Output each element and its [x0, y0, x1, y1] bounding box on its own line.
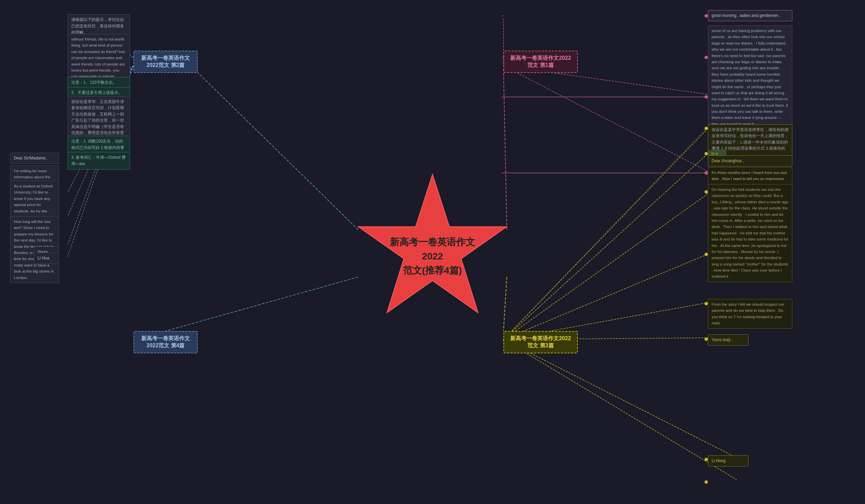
essay2-dear: Dear Sir/Madame,: [10, 153, 59, 164]
star-title-line1: 新高考一卷英语作文2022: [390, 237, 475, 261]
svg-line-47: [502, 128, 706, 341]
svg-point-73: [704, 127, 708, 130]
svg-point-75: [704, 190, 708, 194]
essay2-lihua: Li Hua: [34, 253, 59, 264]
svg-line-0: [193, 68, 358, 230]
svg-point-76: [704, 253, 708, 256]
essay1-intro: good morning , ladies and gentlemen ,: [708, 10, 792, 21]
svg-point-71: [704, 95, 708, 98]
essay3-li-hong: Li Hong: [708, 455, 748, 467]
svg-line-25: [504, 253, 710, 340]
svg-line-22: [504, 127, 710, 340]
svg-line-29: [504, 340, 737, 480]
svg-point-70: [704, 56, 708, 59]
star-title-line2: 范文(推荐4篇): [403, 265, 462, 276]
svg-line-28: [504, 340, 737, 458]
center-star: 新高考一卷英语作文2022 范文(推荐4篇): [345, 167, 520, 337]
svg-line-3: [165, 277, 358, 331]
svg-point-69: [704, 14, 708, 17]
svg-line-23: [504, 152, 710, 340]
essay3-dear: Dear zhuanghua ,: [708, 155, 792, 166]
node-title-3: 新高考一卷英语作文2022范文 第3篇: [504, 331, 578, 353]
svg-line-24: [504, 192, 710, 340]
canvas: 新高考一卷英语作文2022 范文(推荐4篇) 新高考一卷英语作文2022范文 第…: [0, 0, 865, 504]
node-title-1: 新高考一卷英语作文2022范文 第1篇: [504, 51, 578, 73]
svg-point-74: [704, 152, 708, 155]
svg-point-77: [704, 302, 708, 305]
svg-point-72: [704, 171, 708, 175]
star-label: 新高考一卷英语作文2022 范文(推荐4篇): [389, 235, 476, 278]
svg-point-78: [704, 338, 708, 341]
node-title-2: 新高考一卷英语作文2022范文 第2篇: [134, 51, 198, 73]
svg-point-79: [704, 458, 708, 461]
node-title-4: 新高考一卷英语作文2022范文 第4篇: [134, 331, 198, 353]
essay3-reflection: From the story I felt we should respect …: [708, 299, 792, 329]
svg-line-20: [504, 66, 710, 172]
essay3-story: On hearing the bell students ran into th…: [708, 184, 792, 282]
essay3-yours-truly: Yours truly ,: [708, 335, 748, 345]
essay2-note4: 3. 参考词汇：牛津—Oxford 费用—fee: [68, 152, 130, 169]
essay2-note1: 注意：1、120字数左右。: [68, 77, 130, 88]
essay1-body: some of us are having problems with our …: [708, 25, 792, 129]
svg-point-80: [704, 480, 708, 484]
